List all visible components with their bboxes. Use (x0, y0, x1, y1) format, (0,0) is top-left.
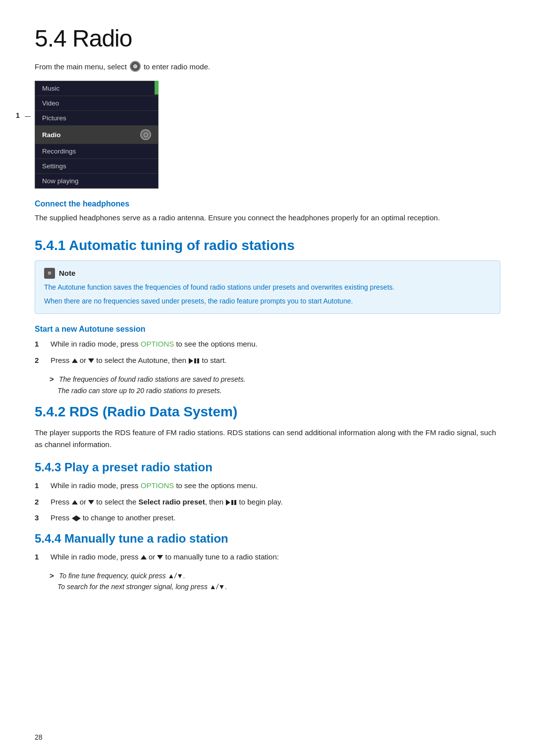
manual-steps: 1 While in radio mode, press or to manua… (35, 552, 500, 563)
manual-step-1-num: 1 (35, 552, 46, 563)
options-word-1: OPTIONS (141, 340, 174, 348)
radio-menu-icon (130, 61, 141, 72)
result-text-1: The frequencies of found radio stations … (59, 375, 246, 383)
section-543: 5.4.3 Play a preset radio station 1 Whil… (35, 460, 500, 524)
select-radio-preset-bold: Select radio preset (138, 498, 205, 506)
step-1: 1 While in radio mode, press OPTIONS to … (35, 339, 500, 350)
preset-step-1: 1 While in radio mode, press OPTIONS to … (35, 480, 500, 492)
note-line-2: When there are no frequencies saved unde… (44, 296, 491, 306)
preset-step-3-num: 3 (35, 512, 46, 524)
triangle-up-1 (72, 358, 78, 363)
play-icon-2 (226, 500, 230, 505)
triangle-up-2 (72, 500, 78, 504)
preset-step-2-text: Press or to select the Select radio pres… (51, 497, 500, 508)
result-text-2: The radio can store up to 20 radio stati… (57, 387, 222, 395)
menu-item-radio: Radio (35, 126, 158, 144)
section-541-title: 5.4.1 Automatic tuning of radio stations (35, 238, 500, 253)
menu-item-now-playing: Now playing (35, 174, 158, 188)
manual-result-line-2-wrapper: To search for the next stronger signal, … (57, 581, 500, 592)
triangle-down-2 (88, 500, 94, 504)
note-label: Note (59, 269, 75, 277)
autotune-result: > The frequencies of found radio station… (50, 374, 500, 396)
section-542-title: 5.4.2 RDS (Radio Data System) (35, 404, 500, 420)
note-icon: ≡ (44, 268, 55, 279)
step-1-text: While in radio mode, press OPTIONS to se… (51, 339, 500, 350)
section-544: 5.4.4 Manually tune a radio station 1 Wh… (35, 532, 500, 593)
play-pause-icon-2 (225, 500, 237, 505)
preset-step-1-text: While in radio mode, press OPTIONS to se… (51, 480, 500, 492)
autotune-sub-heading: Start a new Autotune session (35, 325, 500, 334)
manual-result-text-1: To fine tune frequency, quick press ▲/▼. (59, 572, 185, 580)
menu-item-pictures: Pictures (35, 111, 158, 126)
note-line-1: The Autotune function saves the frequenc… (44, 282, 491, 293)
preset-step-3-text: Press to change to another preset. (51, 512, 500, 524)
page-number: 28 (35, 733, 43, 741)
triangle-up-3 (141, 555, 147, 559)
preset-step-1-num: 1 (35, 480, 46, 492)
triangle-down-1 (88, 358, 94, 363)
connect-heading: Connect the headphones (35, 200, 500, 208)
section-542-body: The player supports the RDS feature of F… (35, 427, 500, 451)
menu-item-settings: Settings (35, 159, 158, 174)
preset-step-3: 3 Press to change to another preset. (35, 512, 500, 524)
options-word-2: OPTIONS (141, 481, 174, 490)
green-indicator (155, 81, 159, 95)
pause-bars-1 (194, 358, 199, 363)
manual-step-1-text: While in radio mode, press or to manuall… (51, 552, 500, 563)
result-line-2-wrapper: The radio can store up to 20 radio stati… (57, 385, 500, 396)
triangle-down-3 (157, 555, 163, 559)
manual-result-text-2: To search for the next stronger signal, … (57, 583, 227, 591)
triangle-right-1 (76, 515, 81, 521)
section-541: 5.4.1 Automatic tuning of radio stations… (35, 238, 500, 397)
menu-item-recordings: Recordings (35, 144, 158, 159)
section-543-title: 5.4.3 Play a preset radio station (35, 460, 500, 474)
manual-result-line-1: > To fine tune frequency, quick press ▲/… (50, 570, 500, 581)
note-box: ≡ Note The Autotune function saves the f… (35, 260, 500, 314)
menu-item-video: Video (35, 96, 158, 111)
manual-step-1: 1 While in radio mode, press or to manua… (35, 552, 500, 563)
menu-box: Music Video Pictures Radio Recordings Se… (35, 81, 159, 189)
menu-arrow: — (25, 113, 31, 120)
manual-result: > To fine tune frequency, quick press ▲/… (50, 570, 500, 593)
intro-text-before: From the main menu, select (35, 62, 127, 71)
menu-item-music: Music (35, 81, 158, 96)
pause-bars-2 (231, 500, 236, 505)
preset-step-2-num: 2 (35, 497, 46, 508)
menu-screenshot: 1 — Music Video Pictures Radio Recording… (35, 81, 500, 189)
step-2-text: Press or to select the Autotune, then to… (51, 355, 500, 366)
section-544-title: 5.4.4 Manually tune a radio station (35, 532, 500, 546)
connect-section: Connect the headphones The supplied head… (35, 200, 500, 224)
step-1-num: 1 (35, 339, 46, 350)
play-pause-icon-1 (188, 358, 200, 364)
connect-body: The supplied headphones serve as a radio… (35, 212, 500, 224)
step-2: 2 Press or to select the Autotune, then … (35, 355, 500, 366)
autotune-steps: 1 While in radio mode, press OPTIONS to … (35, 339, 500, 366)
menu-label: 1 (16, 111, 20, 119)
section-542: 5.4.2 RDS (Radio Data System) The player… (35, 404, 500, 451)
intro-line: From the main menu, select to enter radi… (35, 61, 500, 72)
note-header: ≡ Note (44, 268, 491, 279)
result-arrow-1: > (50, 375, 54, 383)
manual-result-arrow: > (50, 571, 54, 580)
result-line-1: > The frequencies of found radio station… (50, 374, 500, 385)
preset-step-2: 2 Press or to select the Select radio pr… (35, 497, 500, 508)
triangle-left-1 (72, 515, 76, 521)
step-2-num: 2 (35, 355, 46, 366)
intro-text-after: to enter radio mode. (144, 62, 210, 71)
preset-steps: 1 While in radio mode, press OPTIONS to … (35, 480, 500, 524)
radio-icon (140, 129, 151, 140)
page-title: 5.4 Radio (35, 25, 500, 52)
play-icon-1 (189, 358, 193, 364)
